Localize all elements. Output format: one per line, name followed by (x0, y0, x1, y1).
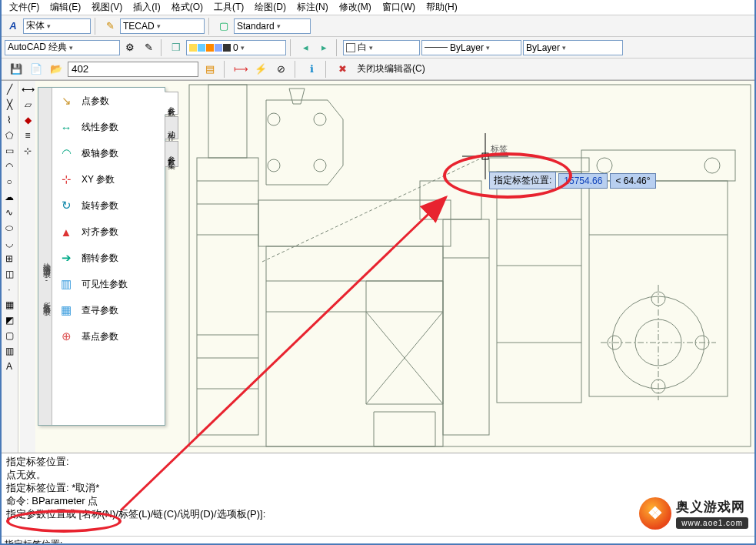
svg-point-10 (314, 113, 326, 125)
ellipsearc-icon[interactable]: ◡ (2, 236, 16, 250)
id-icon[interactable]: ⊹ (21, 144, 35, 158)
linetype-combo[interactable]: ByLayer▾ (421, 40, 521, 55)
pline-icon[interactable]: ⌇ (2, 113, 16, 127)
menu-draw[interactable]: 绘图(D) (250, 0, 291, 15)
menu-view[interactable]: 视图(V) (87, 0, 127, 15)
mtext-icon[interactable]: A (2, 359, 16, 373)
palette-tab-actions[interactable]: 动作 (165, 116, 178, 139)
battman-icon[interactable]: ℹ (303, 61, 320, 78)
workspace-settings-icon[interactable]: ⚙ (122, 39, 138, 56)
table-icon[interactable]: ▥ (2, 344, 16, 358)
palette-item-label: 极轴参数 (82, 147, 118, 160)
menu-help[interactable]: 帮助(H) (421, 0, 462, 15)
massprop-icon[interactable]: ◆ (21, 113, 35, 127)
ellipse-icon[interactable]: ⬭ (2, 221, 16, 235)
svg-rect-23 (497, 172, 581, 403)
dist-icon[interactable]: ⟷ (21, 82, 35, 96)
arc-icon[interactable]: ◠ (2, 159, 16, 173)
area-icon[interactable]: ▱ (21, 98, 35, 112)
palette-item-1[interactable]: ↔线性参数 (52, 114, 165, 140)
revcloud-icon[interactable]: ☁ (2, 190, 16, 204)
layermatch-icon[interactable]: ▸ (315, 39, 332, 56)
palette-item-icon: ➔ (57, 251, 75, 265)
palette-item-0[interactable]: ↘点参数 (52, 88, 165, 114)
font-combo[interactable]: 宋体▾ (23, 18, 91, 34)
workspace-combo[interactable]: AutoCAD 经典▾ (5, 40, 120, 55)
list-icon[interactable]: ≡ (21, 129, 35, 142)
menu-format[interactable]: 格式(O) (167, 0, 208, 15)
bsave-icon[interactable]: 💾 (8, 61, 25, 78)
action-icon[interactable]: ⚡ (252, 61, 269, 78)
palette-item-2[interactable]: ◠极轴参数 (52, 140, 165, 166)
workspace-gear-icon[interactable]: ✎ (140, 39, 157, 56)
close-editor-label[interactable]: 关闭块编辑器(C) (354, 61, 428, 77)
command-input[interactable] (62, 539, 751, 545)
dim-style-icon[interactable]: ✎ (102, 18, 118, 35)
linetype-value: ByLayer (450, 42, 484, 53)
circle-icon[interactable]: ○ (2, 175, 16, 189)
spline-icon[interactable]: ∿ (2, 206, 16, 219)
menubar: 文件(F) 编辑(E) 视图(V) 插入(I) 格式(O) 工具(T) 绘图(D… (2, 0, 754, 15)
palette-item-7[interactable]: ▥可见性参数 (52, 271, 165, 297)
layer-combo[interactable]: 0▾ (186, 40, 286, 55)
menu-file[interactable]: 文件(F) (5, 0, 44, 15)
palette-item-6[interactable]: ➔翻转参数 (52, 245, 165, 271)
cursor-hint: 标签 (490, 144, 508, 153)
palette-item-5[interactable]: ▲对齐参数 (52, 219, 165, 245)
palette-item-9[interactable]: ⊕基点参数 (52, 323, 165, 349)
palette-item-label: XY 参数 (82, 173, 115, 186)
command-line: 指定标签位置: (2, 536, 754, 545)
palette-item-8[interactable]: ▦查寻参数 (52, 297, 165, 323)
dyn-angle[interactable]: < 64.46° (610, 173, 656, 189)
table-style-icon[interactable]: ▢ (215, 18, 232, 35)
palette-item-label: 查寻参数 (82, 304, 118, 317)
cmd-line: 指定标签位置: *取消* (6, 481, 750, 494)
block-icon[interactable]: ◫ (2, 267, 16, 281)
hatch-icon[interactable]: ▦ (2, 298, 16, 312)
bopen-icon[interactable]: 📂 (48, 61, 65, 78)
region-icon[interactable]: ▢ (2, 329, 16, 343)
drawing-canvas[interactable]: 标签 指定标签位置: 15754.66 < 64.46° 块编与选项板 - 所有… (35, 81, 754, 453)
menu-modify[interactable]: 修改(M) (335, 0, 376, 15)
point-icon[interactable]: · (2, 283, 16, 296)
menu-window[interactable]: 窗口(W) (378, 0, 420, 15)
palette-tab-paramsets[interactable]: 参数集 (165, 141, 178, 167)
block-name-input[interactable] (68, 62, 198, 77)
insert-icon[interactable]: ⊞ (2, 252, 16, 266)
menu-edit[interactable]: 编辑(E) (45, 0, 85, 15)
xline-icon[interactable]: ╳ (2, 98, 16, 112)
command-prompt: 指定标签位置: (5, 538, 62, 545)
gradient-icon[interactable]: ◩ (2, 313, 16, 327)
menu-dimension[interactable]: 标注(N) (292, 0, 333, 15)
layer-value: 0 (233, 42, 238, 53)
bclose-icon[interactable]: ✖ (334, 61, 351, 78)
dimstyle-combo[interactable]: TECAD▾ (120, 18, 205, 34)
layerprev-icon[interactable]: ◂ (297, 39, 314, 56)
line-icon[interactable]: ╱ (2, 82, 16, 96)
tablestyle-combo[interactable]: Standard▾ (234, 18, 311, 34)
svg-rect-2 (208, 85, 247, 158)
lineweight-combo[interactable]: ByLayer▾ (523, 40, 623, 55)
color-combo[interactable]: 白▾ (343, 40, 420, 55)
menu-insert[interactable]: 插入(I) (128, 0, 165, 15)
bsaveas-icon[interactable]: 📄 (28, 61, 45, 78)
palette-item-icon: ⊕ (57, 329, 75, 343)
dyn-distance[interactable]: 15754.66 (558, 173, 608, 189)
bauthor-icon[interactable]: ▤ (201, 61, 218, 78)
layers-icon[interactable]: ❒ (168, 39, 185, 56)
cmd-line: 指定标签位置: (6, 455, 750, 468)
param-icon[interactable]: ⟼ (232, 61, 249, 78)
main-area: ╱ ╳ ⌇ ⬠ ▭ ◠ ○ ☁ ∿ ⬭ ◡ ⊞ ◫ · ▦ ◩ ▢ ▥ A ⟷ … (2, 80, 754, 453)
palette-item-3[interactable]: ⊹XY 参数 (52, 166, 165, 192)
rectangle-icon[interactable]: ▭ (2, 144, 16, 158)
palette-tabs: 参数 动作 参数集 (165, 92, 178, 169)
palette-item-4[interactable]: ↻旋转参数 (52, 192, 165, 219)
palette-tab-params[interactable]: 参数 (165, 92, 178, 115)
palette-item-icon: ▲ (57, 225, 75, 239)
polygon-icon[interactable]: ⬠ (2, 129, 16, 142)
attribute-icon[interactable]: ⊘ (272, 61, 289, 78)
text-style-icon[interactable]: A (5, 18, 22, 35)
cmd-line: 指定参数位置或 [名称(N)/标签(L)/链(C)/说明(D)/选项板(P)]: (6, 507, 750, 520)
authoring-palette[interactable]: 块编与选项板 - 所有选项板 ↘点参数↔线性参数◠极轴参数⊹XY 参数↻旋转参数… (38, 87, 165, 426)
menu-tools[interactable]: 工具(T) (209, 0, 248, 15)
